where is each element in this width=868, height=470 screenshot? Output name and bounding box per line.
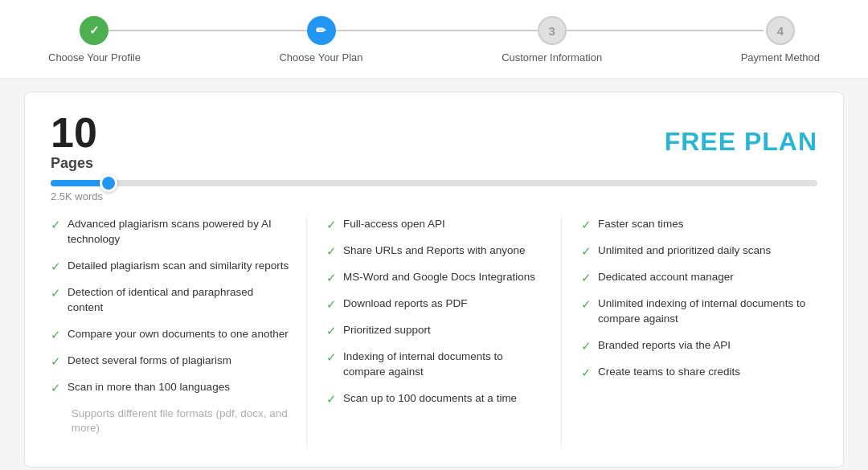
check-icon: ✓: [51, 260, 61, 274]
feature-text: Dedicated account manager: [598, 270, 734, 285]
check-icon: ✓: [326, 350, 337, 365]
features-grid: ✓Advanced plagiarism scans powered by AI…: [51, 217, 817, 448]
feature-item: Supports different file formats (pdf, do…: [51, 407, 290, 437]
step-2: ✏ Choose Your Plan: [279, 16, 362, 63]
slider-thumb[interactable]: [100, 174, 117, 192]
pages-label: Pages: [51, 155, 97, 172]
step-2-circle: ✏: [307, 16, 336, 45]
pages-info: 10 Pages: [51, 112, 97, 172]
check-icon: ✓: [51, 381, 61, 395]
feature-text: Branded reports via the API: [598, 338, 731, 354]
plan-card: 10 Pages FREE PLAN 2.5K words ✓Advanced …: [24, 92, 844, 468]
feature-text: MS-Word and Google Docs Integrations: [343, 270, 535, 285]
check-icon: ✓: [581, 271, 592, 285]
check-icon: ✓: [326, 271, 337, 285]
plan-header: 10 Pages FREE PLAN: [51, 112, 817, 172]
check-icon: ✓: [51, 354, 61, 369]
feature-item: ✓Faster scan times: [581, 217, 817, 232]
check-icon: ✓: [326, 392, 337, 407]
plan-name-label: FREE PLAN: [665, 127, 817, 157]
progress-steps: ✓ Choose Your Profile ✏ Choose Your Plan…: [0, 0, 868, 79]
feature-item: ✓Detection of identical and paraphrased …: [51, 285, 290, 316]
feature-item: ✓Create teams to share credits: [581, 365, 817, 380]
feature-text: Detection of identical and paraphrased c…: [68, 285, 290, 316]
feature-text: Download reports as PDF: [343, 296, 468, 312]
step-4-circle: 4: [766, 16, 795, 45]
feature-col-3: ✓Faster scan times✓Unlimited and priorit…: [562, 217, 817, 448]
check-icon: ✓: [581, 244, 592, 259]
feature-item: ✓Scan in more than 100 languages: [51, 380, 290, 395]
check-icon: ✓: [326, 297, 337, 312]
feature-text: Compare your own documents to one anothe…: [68, 327, 289, 342]
feature-text: Detect several forms of plagiarism: [68, 354, 231, 369]
check-icon: ✓: [51, 286, 61, 300]
feature-text: Detailed plagiarism scan and similarity …: [68, 259, 289, 274]
check-icon: ✓: [581, 339, 592, 354]
feature-item: ✓Unlimited and prioritized daily scans: [581, 243, 817, 259]
feature-item: ✓Download reports as PDF: [326, 296, 542, 312]
feature-col-1: ✓Advanced plagiarism scans powered by AI…: [51, 217, 306, 448]
feature-item: ✓Detailed plagiarism scan and similarity…: [51, 259, 290, 274]
feature-text: Scan up to 100 documents at a time: [343, 391, 517, 407]
step-4-label: Payment Method: [741, 51, 820, 63]
feature-col-2: ✓Full-access open API✓Share URLs and Rep…: [306, 217, 562, 448]
feature-item: ✓Unlimited indexing of internal document…: [581, 296, 817, 327]
step-3-label: Customer Information: [502, 51, 602, 63]
check-icon: ✓: [581, 297, 592, 312]
feature-item: ✓Branded reports via the API: [581, 338, 817, 354]
feature-text: Share URLs and Reports with anyone: [343, 243, 526, 259]
feature-item: ✓Share URLs and Reports with anyone: [326, 243, 542, 259]
feature-item: ✓Compare your own documents to one anoth…: [51, 327, 290, 342]
check-icon: ✓: [326, 244, 337, 259]
feature-text: Unlimited indexing of internal documents…: [598, 296, 817, 327]
words-label: 2.5K words: [51, 190, 817, 202]
feature-text: Unlimited and prioritized daily scans: [598, 243, 771, 259]
feature-text: Faster scan times: [598, 217, 684, 232]
step-1-label: Choose Your Profile: [48, 51, 141, 63]
feature-text: Create teams to share credits: [598, 365, 740, 380]
pages-slider-container[interactable]: [51, 180, 817, 186]
feature-item: ✓Indexing of internal documents to compa…: [326, 349, 542, 380]
pages-count: 10: [51, 112, 97, 153]
feature-item: ✓Scan up to 100 documents at a time: [326, 391, 542, 407]
step-3-circle: 3: [538, 16, 567, 45]
feature-item: ✓Detect several forms of plagiarism: [51, 354, 290, 369]
slider-track[interactable]: [51, 180, 817, 186]
feature-text: Indexing of internal documents to compar…: [343, 349, 542, 380]
feature-item: ✓Full-access open API: [326, 217, 542, 232]
check-icon: ✓: [326, 324, 337, 338]
step-2-label: Choose Your Plan: [279, 51, 362, 63]
step-3: 3 Customer Information: [502, 16, 602, 63]
check-icon: ✓: [51, 218, 61, 232]
feature-item: ✓Advanced plagiarism scans powered by AI…: [51, 217, 290, 247]
step-4: 4 Payment Method: [741, 16, 820, 63]
feature-item: ✓Dedicated account manager: [581, 270, 817, 285]
check-icon: ✓: [581, 218, 592, 232]
feature-text: Supports different file formats (pdf, do…: [72, 407, 290, 437]
step-1: ✓ Choose Your Profile: [48, 16, 141, 63]
feature-text: Scan in more than 100 languages: [68, 380, 230, 395]
step-1-circle: ✓: [80, 16, 108, 45]
feature-text: Full-access open API: [343, 217, 445, 232]
check-icon: ✓: [581, 366, 592, 380]
feature-item: ✓MS-Word and Google Docs Integrations: [326, 270, 542, 285]
feature-text: Prioritized support: [343, 323, 431, 338]
check-icon: ✓: [326, 218, 337, 232]
feature-text: Advanced plagiarism scans powered by AI …: [68, 217, 290, 247]
feature-item: ✓Prioritized support: [326, 323, 542, 338]
check-icon: ✓: [51, 328, 61, 342]
